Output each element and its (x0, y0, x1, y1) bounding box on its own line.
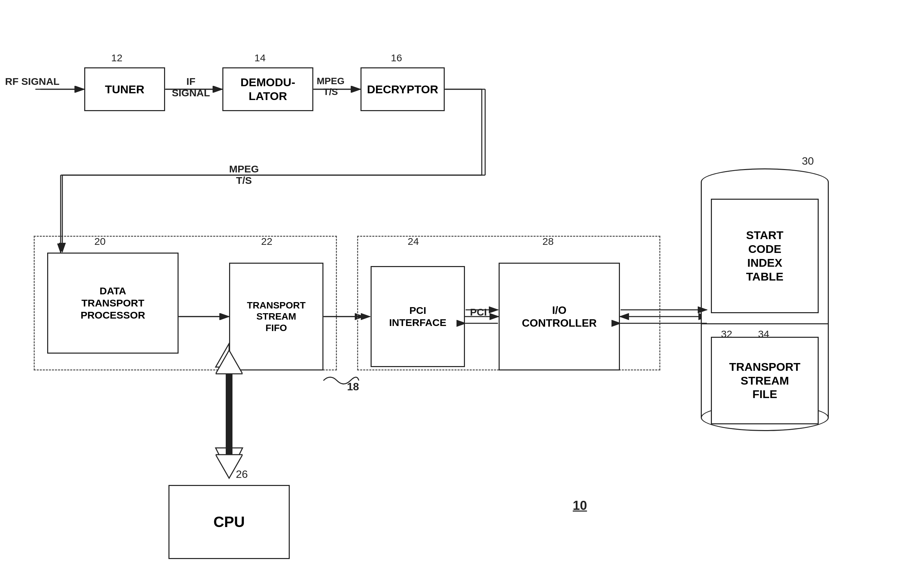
if-signal-label: IFSIGNAL (172, 76, 210, 99)
svg-marker-24 (215, 455, 243, 478)
transport-fifo-box: TRANSPORTSTREAMFIFO (229, 263, 324, 370)
diagram: RF SIGNAL TUNER 12 IFSIGNAL DEMODU-LATOR… (0, 0, 911, 588)
rf-signal-label: RF SIGNAL (5, 76, 60, 87)
cylinder-divider (702, 323, 828, 324)
svg-rect-22 (226, 370, 233, 458)
decryptor-box: DECRYPTOR (361, 67, 445, 111)
pci-interface-ref: 24 (408, 236, 419, 247)
cylinder-ref: 30 (802, 155, 814, 167)
ref-10: 10 (573, 498, 587, 512)
data-transport-box: DATATRANSPORTPROCESSOR (47, 253, 178, 354)
data-transport-ref: 20 (94, 236, 105, 247)
cpu-box: CPU (168, 485, 290, 559)
io-controller-ref: 28 (542, 236, 553, 247)
tuner-box: TUNER (84, 67, 165, 111)
svg-marker-23 (215, 350, 243, 374)
ref-10-label: 10 (573, 498, 587, 513)
pci-label: PCI (470, 307, 487, 318)
demodulator-box: DEMODU-LATOR (222, 67, 313, 111)
demodulator-ref: 14 (254, 52, 265, 64)
decryptor-ref: 16 (391, 52, 402, 64)
tuner-ref: 12 (111, 52, 122, 64)
start-code-index-table-box: STARTCODEINDEXTABLE (711, 199, 819, 313)
mpeg-ts-bottom-label: MPEGT/S (229, 163, 259, 186)
wavy-line (320, 370, 361, 391)
transport-fifo-ref: 22 (261, 236, 272, 247)
cpu-arrow (215, 344, 243, 485)
io-controller-box: I/OCONTROLLER (498, 263, 620, 370)
pci-interface-box: PCIINTERFACE (371, 266, 465, 367)
transport-stream-file-box: TRANSPORTSTREAMFILE (711, 337, 819, 424)
mpeg-ts-top-label: MPEGT/S (317, 76, 344, 97)
